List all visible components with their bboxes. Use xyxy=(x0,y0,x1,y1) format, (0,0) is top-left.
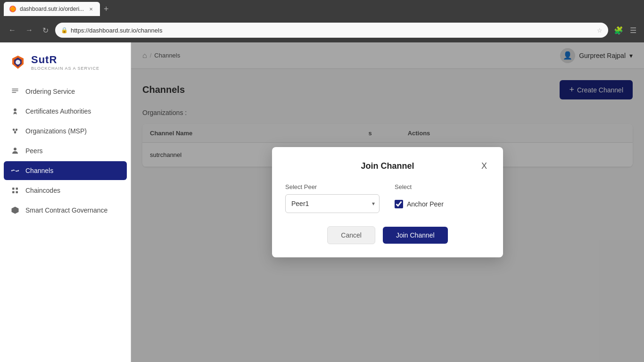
modal-row: Select Peer Peer1 ▾ Select xyxy=(285,183,490,213)
join-channel-modal: Join Channel X Select Peer Peer1 ▾ xyxy=(272,147,503,257)
svg-rect-14 xyxy=(16,188,18,190)
certificates-label: Certificates Authorities xyxy=(25,107,91,115)
svg-rect-13 xyxy=(12,188,15,190)
forward-button[interactable]: → xyxy=(23,24,36,36)
anchor-peer-section-label: Select xyxy=(395,183,444,190)
anchor-peer-checkbox-label: Anchor Peer xyxy=(407,200,444,208)
url-text: https://dashboard.sutr.io/channels xyxy=(71,27,594,34)
sidebar-nav: Ordering Service Certificates Authoritie… xyxy=(0,82,131,220)
tab-title: dashboard.sutr.io/orderi... xyxy=(20,6,84,12)
modal-footer: Cancel Join Channel xyxy=(285,226,490,244)
cancel-button[interactable]: Cancel xyxy=(327,226,375,244)
anchor-peer-form-group: Select Anchor Peer xyxy=(395,183,444,208)
logo-icon xyxy=(9,54,26,71)
peer-form-group: Select Peer Peer1 ▾ xyxy=(285,183,380,213)
sidebar-item-peers[interactable]: Peers xyxy=(4,141,127,160)
svg-point-0 xyxy=(16,60,20,65)
reload-button[interactable]: ↻ xyxy=(40,24,51,37)
peer-select[interactable]: Peer1 xyxy=(285,194,380,213)
smart-contract-label: Smart Contract Governance xyxy=(25,206,107,214)
extensions-button[interactable]: 🧩 xyxy=(612,24,625,37)
svg-rect-16 xyxy=(16,191,18,194)
modal-header: Join Channel X xyxy=(285,160,490,172)
browser-tab[interactable]: 🔶 dashboard.sutr.io/orderi... ✕ xyxy=(4,2,100,16)
svg-point-6 xyxy=(16,129,18,131)
chaincodes-label: Chaincodes xyxy=(25,187,60,194)
certificates-icon xyxy=(10,107,20,116)
anchor-peer-checkbox-row: Anchor Peer xyxy=(395,200,444,208)
sidebar-item-smart-contract-governance[interactable]: Smart Contract Governance xyxy=(4,201,127,220)
svg-rect-2 xyxy=(12,90,18,91)
ordering-service-label: Ordering Service xyxy=(25,88,75,95)
sidebar-item-organizations-msp[interactable]: Organizations (MSP) xyxy=(4,122,127,140)
new-tab-button[interactable]: + xyxy=(100,4,113,14)
modal-close-button[interactable]: X xyxy=(479,160,490,172)
svg-line-8 xyxy=(14,131,15,132)
chaincodes-icon xyxy=(10,186,20,195)
anchor-peer-checkbox[interactable] xyxy=(395,200,403,208)
sidebar: SutR BLOCKCHAIN AS A SERVICE Ordering Se… xyxy=(0,42,131,362)
svg-point-10 xyxy=(14,148,17,150)
svg-point-12 xyxy=(17,170,19,172)
svg-line-9 xyxy=(15,131,17,132)
checkbox-group: Anchor Peer xyxy=(395,196,444,208)
svg-rect-1 xyxy=(12,89,18,90)
modal-body: Select Peer Peer1 ▾ Select xyxy=(285,183,490,213)
svg-point-5 xyxy=(13,129,15,131)
sidebar-item-ordering-service[interactable]: Ordering Service xyxy=(4,82,127,101)
svg-point-11 xyxy=(11,170,13,172)
select-peer-label: Select Peer xyxy=(285,183,380,190)
svg-point-4 xyxy=(14,108,17,111)
organizations-icon xyxy=(10,126,20,136)
sidebar-item-channels[interactable]: Channels xyxy=(4,161,127,180)
channels-label: Channels xyxy=(25,167,53,174)
sidebar-item-chaincodes[interactable]: Chaincodes xyxy=(4,181,127,200)
peer-select-wrapper: Peer1 ▾ xyxy=(285,194,380,213)
organizations-label: Organizations (MSP) xyxy=(25,127,87,135)
peers-label: Peers xyxy=(25,147,43,155)
modal-backdrop: Join Channel X Select Peer Peer1 ▾ xyxy=(131,42,644,362)
svg-rect-3 xyxy=(12,92,16,93)
security-icon: 🔒 xyxy=(61,27,68,33)
address-bar[interactable]: 🔒 https://dashboard.sutr.io/channels ☆ xyxy=(55,23,608,38)
tab-favicon: 🔶 xyxy=(9,6,16,12)
modal-title: Join Channel xyxy=(297,161,479,171)
logo-text: SutR BLOCKCHAIN AS A SERVICE xyxy=(31,54,99,71)
main-content: ⌂ / Channels 👤 Gurpreet Rajpal ▾ Channel… xyxy=(131,42,644,362)
smart-contract-icon xyxy=(10,206,20,215)
sidebar-item-certificates-authorities[interactable]: Certificates Authorities xyxy=(4,102,127,121)
tab-close-btn[interactable]: ✕ xyxy=(88,6,94,12)
logo-brand: SutR xyxy=(31,54,99,66)
back-button[interactable]: ← xyxy=(6,24,19,36)
bookmark-icon: ☆ xyxy=(597,27,603,34)
channels-icon xyxy=(10,166,20,175)
peers-icon xyxy=(10,146,20,156)
logo: SutR BLOCKCHAIN AS A SERVICE xyxy=(0,50,131,82)
logo-sub: BLOCKCHAIN AS A SERVICE xyxy=(31,66,99,71)
svg-point-7 xyxy=(14,132,17,134)
join-channel-button[interactable]: Join Channel xyxy=(383,227,448,244)
svg-rect-15 xyxy=(12,191,15,194)
ordering-service-icon xyxy=(10,87,20,96)
menu-button[interactable]: ☰ xyxy=(628,24,638,37)
